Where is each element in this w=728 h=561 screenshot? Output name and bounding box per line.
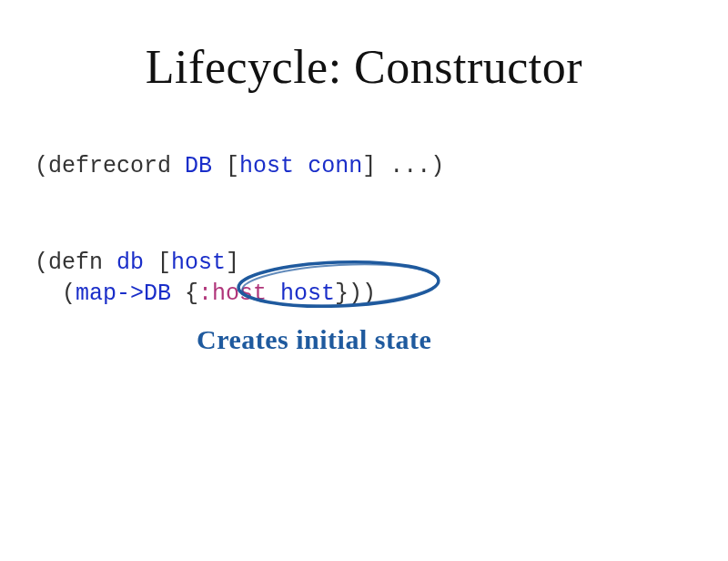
val-host: host bbox=[280, 280, 335, 307]
space bbox=[212, 153, 226, 179]
indent-paren: ( bbox=[35, 280, 76, 307]
bracket-close: ] bbox=[362, 153, 376, 179]
keyword-defn: defn bbox=[48, 250, 103, 276]
paren-open: ( bbox=[35, 250, 48, 276]
slide-title: Lifecycle: Constructor bbox=[0, 40, 728, 94]
brace-open: { bbox=[171, 280, 198, 307]
keyword-defrecord: defrecord bbox=[48, 153, 171, 179]
code-block-defrecord: (defrecord DB [host conn] ...) bbox=[35, 151, 444, 182]
type-name-db: DB bbox=[185, 153, 212, 179]
space bbox=[171, 153, 185, 179]
close-parens: })) bbox=[335, 280, 376, 307]
arg-host: host bbox=[239, 153, 294, 179]
bracket-open: [ bbox=[157, 250, 171, 276]
space bbox=[144, 250, 157, 276]
space bbox=[103, 250, 116, 276]
paren-open: ( bbox=[35, 153, 48, 179]
space bbox=[294, 153, 308, 179]
slide: Lifecycle: Constructor (defrecord DB [ho… bbox=[0, 0, 728, 561]
arg-conn: conn bbox=[308, 153, 362, 179]
arg-host: host bbox=[171, 250, 226, 276]
annotation-text: Creates initial state bbox=[197, 324, 431, 355]
bracket-open: [ bbox=[226, 153, 239, 179]
fn-map-to-db: map->DB bbox=[76, 280, 171, 307]
fn-name-db: db bbox=[116, 250, 144, 276]
rest-ellipsis: ...) bbox=[376, 153, 444, 179]
bracket-close: ] bbox=[226, 250, 239, 276]
space bbox=[267, 280, 280, 307]
code-block-defn: (defn db [host] (map->DB {:host host})) bbox=[35, 248, 376, 310]
keyword-host: :host bbox=[198, 280, 267, 307]
